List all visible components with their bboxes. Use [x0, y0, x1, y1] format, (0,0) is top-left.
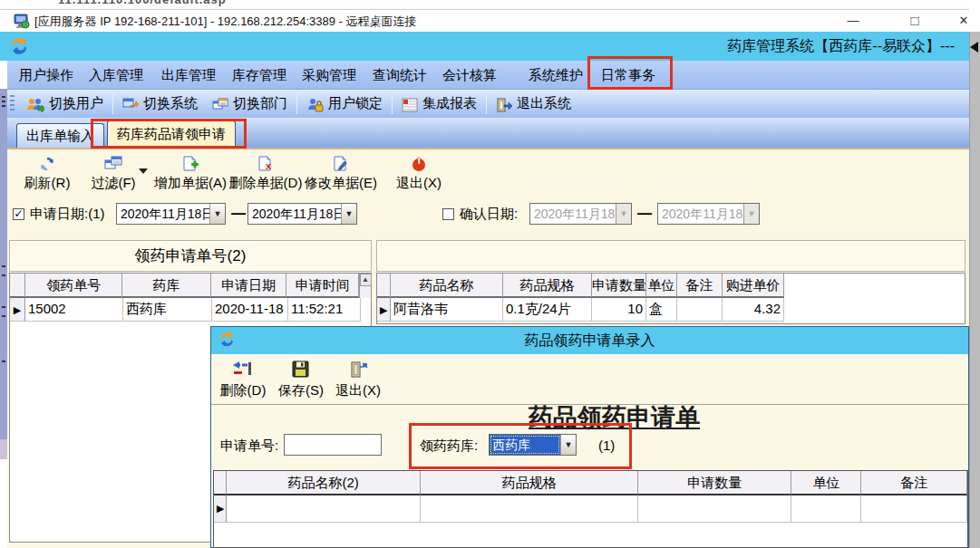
- scroll-up-icon[interactable]: ▲: [360, 274, 372, 286]
- rdp-title: [应用服务器 IP 192-168-211-101] - 192.168.212…: [34, 14, 417, 30]
- browser-remnant-strip: 11.111.110.100/default.asp: [0, 0, 969, 10]
- exit-button[interactable]: 退出(X): [375, 155, 462, 192]
- cell-unit: 盒: [646, 298, 677, 322]
- row-selector-icon: ▶: [214, 495, 227, 523]
- edit-document-label: 修改单据(E): [305, 175, 377, 190]
- switch-user-button[interactable]: 切换用户: [19, 92, 111, 116]
- cell-order-no: 15002: [25, 298, 123, 322]
- mouse-cursor-icon: [970, 42, 978, 53]
- exit-system-icon: [496, 95, 512, 111]
- left-panel-header: 领药申请单号(2): [9, 240, 372, 272]
- col-apply-time[interactable]: 申请时间: [286, 274, 359, 298]
- refresh-label: 刷新(R): [24, 175, 71, 190]
- col-order-no[interactable]: 领药单号: [25, 274, 122, 298]
- toolbar-separator: [296, 94, 297, 114]
- dialog-save-label: 保存(S): [278, 382, 324, 398]
- apply-date-from-value: 2020年11月18日: [117, 204, 209, 224]
- col-apply-qty[interactable]: 申请数量: [592, 274, 646, 298]
- annotation-box-warehouse-combo: [409, 423, 632, 469]
- col-drug-spec[interactable]: 药品规格: [421, 471, 637, 495]
- add-document-label: 增加单据(A): [154, 175, 227, 190]
- close-button[interactable]: ✕: [952, 12, 975, 30]
- maximize-button[interactable]: □: [903, 12, 927, 30]
- switch-user-label: 切换用户: [49, 95, 103, 112]
- minimize-button[interactable]: —: [841, 12, 865, 30]
- filter-label: 过滤(F): [91, 175, 135, 190]
- confirm-date-checkbox[interactable]: [442, 208, 454, 220]
- order-no-input[interactable]: [284, 434, 382, 456]
- table-row[interactable]: ▶ 15002 西药库 2020-11-18 11:52:21: [10, 298, 371, 322]
- col-remark[interactable]: 备注: [861, 471, 967, 495]
- confirm-date-from-value: 2020年11月18日: [530, 204, 616, 224]
- menu-item-accounting[interactable]: 会计核算: [442, 61, 497, 89]
- apply-date-to-value: 2020年11月18日: [248, 204, 341, 224]
- menu-item-maintenance[interactable]: 系统维护: [529, 61, 583, 89]
- dialog-drug-table: 药品名称(2) 药品规格 申请数量 单位 备注 ▶: [213, 470, 968, 548]
- col-drug-name[interactable]: 药品名称: [391, 274, 503, 298]
- switch-department-button[interactable]: 切换部门: [205, 92, 295, 116]
- col-drug-name[interactable]: 药品名称(2): [227, 471, 421, 495]
- integrated-reports-button[interactable]: 集成报表: [394, 92, 484, 116]
- dropdown-arrow-icon[interactable]: ▼: [209, 204, 225, 224]
- apply-date-checkbox[interactable]: ✓: [13, 208, 24, 220]
- dialog-exit-label: 退出(X): [335, 382, 381, 398]
- cell-apply-time: 11:52:21: [288, 298, 361, 322]
- dialog-toolbar: 删除(D) 保存(S) 退出(X): [211, 354, 968, 405]
- entry-dialog: 药品领药申请单录入 删除(D) 保存(S) 退出(X) 药品领药申请单 申请单号…: [210, 326, 969, 548]
- dialog-title: 药品领药申请单录入: [211, 332, 968, 351]
- col-apply-qty[interactable]: 申请数量: [638, 471, 792, 495]
- app-logo-icon: [9, 35, 29, 57]
- switch-system-button[interactable]: 切换系统: [115, 92, 205, 116]
- col-remark[interactable]: 备注: [677, 274, 723, 298]
- date-range-dash: —: [637, 206, 652, 222]
- table-row[interactable]: ▶: [214, 495, 967, 523]
- dialog-delete-button[interactable]: 删除(D): [217, 360, 269, 399]
- col-apply-date[interactable]: 申请日期: [211, 274, 287, 298]
- exit-system-button[interactable]: 退出系统: [489, 92, 578, 116]
- delete-document-button[interactable]: x 删除单据(D): [222, 155, 309, 192]
- col-warehouse[interactable]: 药库: [122, 274, 210, 298]
- apply-date-label: 申请日期:(1): [30, 206, 105, 223]
- screen: 11.111.110.100/default.asp [应用服务器 IP 192…: [0, 0, 980, 548]
- menu-item-inventory[interactable]: 库存管理: [232, 61, 286, 89]
- save-icon: [277, 360, 325, 381]
- background-window-strip: [0, 89, 7, 439]
- dialog-titlebar[interactable]: 药品领药申请单录入: [211, 327, 968, 354]
- user-lock-button[interactable]: 用户锁定: [299, 92, 390, 116]
- exit-system-label: 退出系统: [517, 95, 571, 112]
- apply-date-from-combo[interactable]: 2020年11月18日 ▼: [116, 203, 226, 225]
- menu-item-purchasing[interactable]: 采购管理: [302, 61, 356, 89]
- dialog-save-button[interactable]: 保存(S): [277, 360, 325, 399]
- col-unit[interactable]: 单位: [791, 471, 861, 495]
- confirm-date-from-combo: 2020年11月18日 ▼: [529, 203, 632, 225]
- scrollbar[interactable]: ▲: [359, 274, 371, 298]
- menu-item-outbound[interactable]: 出库管理: [161, 61, 216, 89]
- table-row[interactable]: ▶ 阿昔洛韦 0.1克/24片 10 盒 4.32: [377, 298, 965, 322]
- menu-item-inbound[interactable]: 入库管理: [89, 61, 143, 89]
- annotation-box-active-tab: [91, 119, 247, 149]
- apply-date-to-combo[interactable]: 2020年11月18日 ▼: [247, 203, 357, 225]
- annotation-box-daily-affairs: [587, 56, 673, 90]
- cell-drug-name: 阿昔洛韦: [391, 298, 503, 322]
- col-unit[interactable]: 单位: [646, 274, 677, 298]
- row-selector-icon: ▶: [10, 298, 25, 322]
- add-document-button[interactable]: 增加单据(A): [147, 155, 234, 192]
- menu-item-user-ops[interactable]: 用户操作: [19, 61, 73, 89]
- svg-text:x: x: [266, 160, 272, 171]
- col-drug-spec[interactable]: 药品规格: [503, 274, 592, 298]
- cell-unit-price: 4.32: [723, 298, 784, 322]
- switch-department-label: 切换部门: [233, 95, 287, 112]
- edit-document-icon: [297, 155, 384, 173]
- switch-system-label: 切换系统: [143, 95, 198, 112]
- dropdown-arrow-icon[interactable]: ▼: [341, 204, 356, 224]
- edit-document-button[interactable]: 修改单据(E): [297, 155, 384, 192]
- dropdown-arrow-icon: ▼: [616, 204, 631, 224]
- background-window-strip-lower: [0, 439, 7, 459]
- col-unit-price[interactable]: 购进单价: [723, 274, 784, 298]
- menu-item-query-stats[interactable]: 查询统计: [373, 61, 427, 89]
- dialog-exit-button[interactable]: 退出(X): [333, 360, 383, 399]
- confirm-date-label: 确认日期:: [460, 206, 518, 223]
- app-titlebar: 药库管理系统【西药库--易联众】---: [0, 32, 969, 61]
- selector-header: [377, 274, 391, 298]
- app-title: 药库管理系统【西药库--易联众】---: [727, 37, 955, 56]
